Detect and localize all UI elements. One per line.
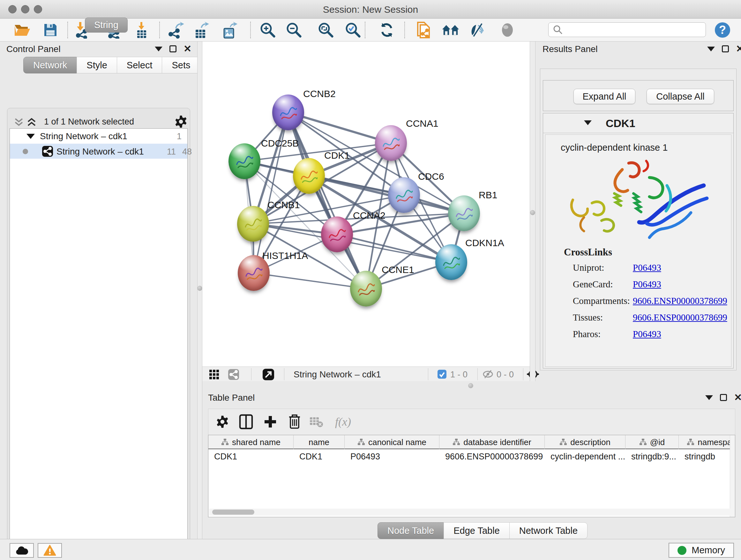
memory-button[interactable]: Memory [669,543,734,558]
expand-all-button[interactable]: Expand All [574,89,635,104]
hidden-eye-slash-icon[interactable] [482,370,493,379]
node-CCNA2[interactable] [321,216,353,252]
tab-style[interactable]: Style [77,57,117,73]
crosslink-link[interactable]: P06493 [633,279,661,290]
crosslink-link[interactable]: 9606.ENSP00000378699 [633,312,727,323]
tab-sets[interactable]: Sets [162,57,200,73]
edge-HIST1H1A-CCNE1[interactable] [254,273,366,289]
tab-node-table[interactable]: Node Table [378,522,444,539]
table-vertical-scrollbar[interactable] [730,435,735,517]
splitter-grip[interactable] [530,210,535,215]
export-image-button[interactable] [221,21,239,39]
node-CCNB2[interactable] [272,95,304,130]
tab-select[interactable]: Select [117,57,162,73]
search-input[interactable] [566,23,705,36]
network-view-icon[interactable] [228,369,239,380]
node-CDKN1A[interactable] [435,244,467,280]
cell[interactable]: stringdb:9... [625,450,679,463]
node-CCNB1[interactable] [237,206,269,242]
network-collection-row[interactable]: String Network – cdk1 1 [10,129,187,144]
network-row[interactable]: String Network – cdk1 11 48 [10,144,187,159]
gene-card-header[interactable]: CDK1 [543,113,733,133]
table-horizontal-scrollbar[interactable] [209,509,735,516]
column-header-description[interactable]: description [545,435,625,449]
export-network-button[interactable] [167,21,185,39]
tab-network[interactable]: Network [23,57,77,73]
hide-glasses-button[interactable] [469,21,487,39]
import-table-button[interactable] [133,21,151,39]
scrollbar-thumb[interactable] [212,509,254,515]
zoom-in-button[interactable] [259,21,277,39]
table-row[interactable]: CDK1CDK1P064939606.ENSP00000378699cyclin… [208,450,735,463]
network-options-gear-icon[interactable] [174,115,188,128]
grid-view-icon[interactable] [209,370,219,379]
save-session-button[interactable] [42,21,59,39]
vertical-splitter[interactable] [530,42,536,388]
node-RB1[interactable] [448,195,480,231]
vertical-splitter[interactable] [197,42,202,539]
column-header-database-identifier[interactable]: database identifier [440,435,545,449]
help-button[interactable]: ? [714,21,731,39]
cell[interactable]: P06493 [345,450,440,463]
results-panel-window-icons: ✕ [707,45,741,52]
tab-string[interactable]: String [85,17,128,33]
panel-close-icon[interactable]: ✕ [184,45,192,52]
crosslink-link[interactable]: P06493 [633,262,661,273]
cell[interactable]: 9606.ENSP00000378699 [440,450,545,463]
splitter-grip[interactable] [468,383,473,388]
panel-float-icon[interactable] [705,395,713,400]
node-CCNE1[interactable] [350,271,382,307]
tree-column-icon [639,438,647,446]
cell[interactable]: CDK1 [293,450,345,463]
panel-maximize-icon[interactable] [720,394,727,401]
panel-close-icon[interactable]: ✕ [734,394,741,401]
collapse-all-button[interactable]: Collapse All [647,89,714,104]
open-session-button[interactable] [13,21,31,39]
string-home-button[interactable] [442,21,460,39]
column-header-@id[interactable]: @id [625,435,679,449]
gene-expander-icon[interactable] [584,120,592,125]
panel-close-icon[interactable]: ✕ [736,45,741,52]
zoom-fit-button[interactable] [317,21,335,39]
warnings-button[interactable] [38,543,62,558]
show-button[interactable] [498,21,516,39]
zoom-out-button[interactable] [285,21,303,39]
network-canvas[interactable]: CCNB2CCNA1CDC25BCDK1CDC6RB1CCNB1CCNA2CDK… [202,42,530,367]
column-header-namespace[interactable]: namespace [679,435,735,449]
column-header-shared-name[interactable]: shared name [208,435,293,449]
create-column-button[interactable] [262,414,279,430]
cloud-button[interactable] [10,543,34,558]
cell[interactable]: cyclin-dependent ... [545,450,625,463]
delete-column-button[interactable] [286,414,303,430]
node-CCNA1[interactable] [375,125,407,161]
table-options-button[interactable] [214,414,231,430]
node-CDK1[interactable] [293,158,325,194]
panel-float-icon[interactable] [155,47,162,51]
node-CDC6[interactable] [388,177,420,213]
node-CDC25B[interactable] [228,143,260,179]
export-table-button[interactable] [193,21,211,39]
column-header-name[interactable]: name [293,435,345,449]
splitter-grip[interactable] [197,286,202,291]
crosslink-link[interactable]: 9606.ENSP00000378699 [633,296,727,306]
panel-maximize-icon[interactable] [170,45,177,52]
function-builder-button[interactable]: f(x) [330,414,356,430]
tab-edge-table[interactable]: Edge Table [444,522,510,539]
column-header-canonical-name[interactable]: canonical name [345,435,440,449]
cell[interactable]: CDK1 [208,450,293,463]
show-columns-button[interactable] [238,414,254,430]
zoom-selected-button[interactable] [344,21,362,39]
node-label-HIST1H1A: HIST1H1A [262,250,308,261]
delete-table-button[interactable] [308,414,325,430]
cell[interactable]: stringdb [679,450,735,463]
panel-maximize-icon[interactable] [722,45,729,52]
edge-CCNB2-HIST1H1A[interactable] [254,112,288,273]
crosslink-link[interactable]: P06493 [633,329,661,339]
open-view-in-window-icon[interactable] [262,368,274,381]
import-string-file-button[interactable] [414,21,432,39]
refresh-button[interactable] [378,21,396,39]
tab-network-table[interactable]: Network Table [509,522,588,539]
panel-float-icon[interactable] [707,47,715,51]
tree-expander-icon[interactable] [26,134,35,139]
selected-checkbox-icon[interactable] [437,369,447,379]
